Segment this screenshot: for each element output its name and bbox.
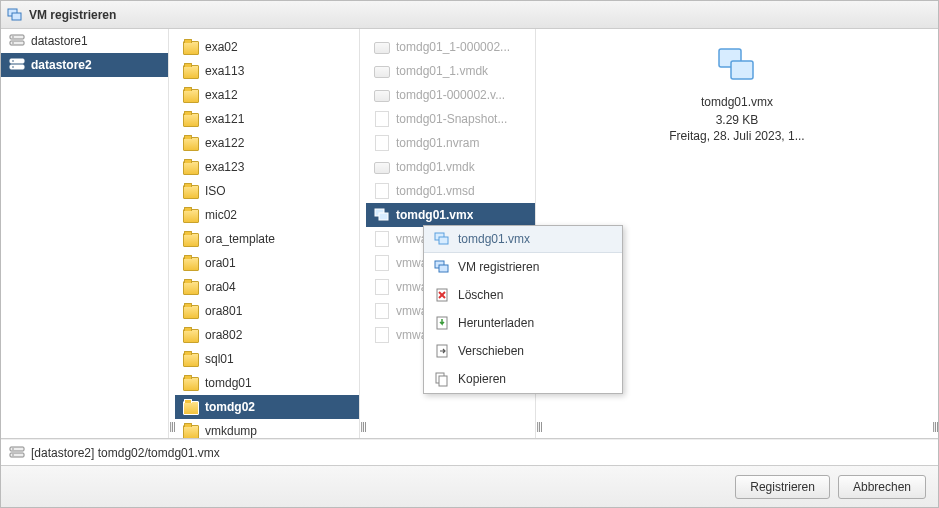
- folder-label: exa12: [205, 88, 238, 102]
- folder-label: exa02: [205, 40, 238, 54]
- folder-icon: [183, 207, 199, 223]
- folder-item[interactable]: tomdg01: [175, 371, 359, 395]
- svg-rect-2: [10, 35, 24, 39]
- folder-item[interactable]: ora04: [175, 275, 359, 299]
- context-menu-item[interactable]: Herunterladen: [424, 309, 622, 337]
- folder-label: ora01: [205, 256, 236, 270]
- disk-icon: [374, 87, 390, 103]
- svg-point-9: [12, 66, 14, 68]
- file-icon: [374, 279, 390, 295]
- file-item[interactable]: tomdg01_1.vmdk: [366, 59, 535, 83]
- file-item[interactable]: tomdg01-000002.v...: [366, 83, 535, 107]
- file-detail: tomdg01.vmx 3.29 KB Freitag, 28. Juli 20…: [552, 39, 922, 145]
- folder-icon: [183, 255, 199, 271]
- folder-icon: [183, 63, 199, 79]
- folder-item[interactable]: exa122: [175, 131, 359, 155]
- vm-register-icon: [434, 259, 450, 275]
- file-item[interactable]: tomdg01.vmdk: [366, 155, 535, 179]
- folder-item[interactable]: ora01: [175, 251, 359, 275]
- file-item[interactable]: tomdg01-Snapshot...: [366, 107, 535, 131]
- svg-rect-19: [439, 237, 448, 244]
- column-splitter[interactable]: |||: [932, 29, 938, 438]
- folder-item[interactable]: exa02: [175, 35, 359, 59]
- folder-item[interactable]: exa121: [175, 107, 359, 131]
- context-menu-item[interactable]: Kopieren: [424, 365, 622, 393]
- svg-rect-15: [10, 453, 24, 457]
- folder-item[interactable]: tomdg02: [175, 395, 359, 419]
- context-menu-label: Kopieren: [458, 372, 506, 386]
- folder-item[interactable]: exa113: [175, 59, 359, 83]
- folder-item[interactable]: mic02: [175, 203, 359, 227]
- vmx-large-icon: [713, 45, 761, 85]
- disk-icon: [374, 63, 390, 79]
- folder-item[interactable]: exa123: [175, 155, 359, 179]
- folder-item[interactable]: ISO: [175, 179, 359, 203]
- file-label: tomdg01_1.vmdk: [396, 64, 488, 78]
- folder-icon: [183, 39, 199, 55]
- file-label: tomdg01_1-000002...: [396, 40, 510, 54]
- path-text: [datastore2] tomdg02/tomdg01.vmx: [31, 446, 220, 460]
- disk-icon: [374, 159, 390, 175]
- datastore-item[interactable]: datastore2: [1, 53, 168, 77]
- folder-icon: [183, 351, 199, 367]
- datastore-item[interactable]: datastore1: [1, 29, 168, 53]
- file-label: tomdg01-000002.v...: [396, 88, 505, 102]
- folder-icon: [183, 183, 199, 199]
- folder-item[interactable]: ora801: [175, 299, 359, 323]
- context-menu-item[interactable]: Löschen: [424, 281, 622, 309]
- context-menu-label: Löschen: [458, 288, 503, 302]
- file-icon: [374, 255, 390, 271]
- folder-item[interactable]: vmkdump: [175, 419, 359, 438]
- svg-rect-13: [731, 61, 753, 79]
- context-menu-item[interactable]: Verschieben: [424, 337, 622, 365]
- folder-item[interactable]: exa12: [175, 83, 359, 107]
- path-bar: [datastore2] tomdg02/tomdg01.vmx: [1, 439, 938, 465]
- vmx-icon: [434, 231, 450, 247]
- datastore-icon: [9, 445, 25, 461]
- folder-label: exa121: [205, 112, 244, 126]
- file-icon: [374, 111, 390, 127]
- file-label: tomdg01.vmdk: [396, 160, 475, 174]
- folder-label: exa113: [205, 64, 244, 78]
- folder-icon: [183, 135, 199, 151]
- datastore-label: datastore1: [31, 34, 88, 48]
- context-menu-item[interactable]: VM registrieren: [424, 253, 622, 281]
- folder-icon: [183, 303, 199, 319]
- context-menu-header: tomdg01.vmx: [424, 226, 622, 253]
- detail-size: 3.29 KB: [716, 113, 759, 127]
- folder-item[interactable]: sql01: [175, 347, 359, 371]
- file-item[interactable]: tomdg01.vmx: [366, 203, 535, 227]
- file-label: tomdg01-Snapshot...: [396, 112, 507, 126]
- detail-filename: tomdg01.vmx: [701, 95, 773, 109]
- folder-icon: [183, 375, 199, 391]
- file-item[interactable]: tomdg01.nvram: [366, 131, 535, 155]
- file-icon: [374, 327, 390, 343]
- file-icon: [374, 135, 390, 151]
- file-icon: [374, 231, 390, 247]
- file-label: tomdg01.vmsd: [396, 184, 475, 198]
- file-item[interactable]: tomdg01_1-000002...: [366, 35, 535, 59]
- datastore-label: datastore2: [31, 58, 92, 72]
- file-item[interactable]: tomdg01.vmsd: [366, 179, 535, 203]
- datastore-column: datastore1 datastore2: [1, 29, 169, 438]
- file-icon: [374, 183, 390, 199]
- folder-label: sql01: [205, 352, 234, 366]
- svg-rect-6: [10, 59, 24, 63]
- dialog-footer: Registrieren Abbrechen: [1, 465, 938, 507]
- folder-icon: [183, 159, 199, 175]
- folder-icon: [183, 111, 199, 127]
- folder-icon: [183, 399, 199, 415]
- folder-item[interactable]: ora_template: [175, 227, 359, 251]
- svg-rect-3: [10, 41, 24, 45]
- vmx-icon: [374, 207, 390, 223]
- cancel-button[interactable]: Abbrechen: [838, 475, 926, 499]
- context-menu-title: tomdg01.vmx: [458, 232, 530, 246]
- register-button[interactable]: Registrieren: [735, 475, 830, 499]
- context-menu-label: Verschieben: [458, 344, 524, 358]
- move-icon: [434, 343, 450, 359]
- context-menu-label: Herunterladen: [458, 316, 534, 330]
- dialog-title: VM registrieren: [29, 8, 116, 22]
- folder-item[interactable]: ora802: [175, 323, 359, 347]
- folder-label: mic02: [205, 208, 237, 222]
- datastore-icon: [9, 33, 25, 49]
